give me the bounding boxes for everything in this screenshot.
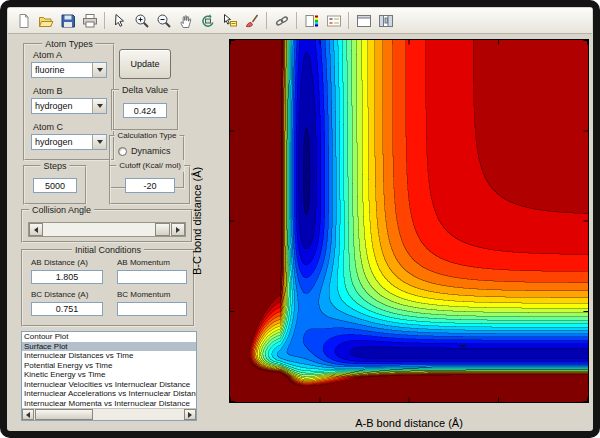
update-button[interactable]: Update [119, 49, 171, 79]
initial-conditions-panel: Initial Conditions AB Distance (A) AB Mo… [21, 249, 195, 327]
atom-a-label: Atom A [33, 50, 62, 60]
brush-data-icon[interactable] [241, 10, 262, 31]
ab-momentum-input[interactable] [117, 270, 187, 284]
zoom-out-icon[interactable] [153, 10, 174, 31]
slider-left-arrow-icon[interactable] [29, 223, 43, 236]
chevron-down-icon[interactable] [92, 135, 106, 149]
plot-type-list: Contour Plot Surface Plot Internuclear D… [22, 332, 196, 408]
cutoff-title: Cutoff (Kcal/ mol) [116, 160, 184, 172]
insert-legend-icon[interactable] [323, 10, 344, 31]
slider-right-arrow-icon[interactable] [171, 223, 185, 236]
scrollbar-right-arrow-icon[interactable] [184, 409, 196, 420]
ab-distance-input[interactable] [31, 270, 103, 284]
print-figure-icon[interactable] [79, 10, 100, 31]
plot-type-option-label: Internuclear Accelerations vs Internucle… [24, 389, 196, 398]
atom-b-label: Atom B [33, 86, 63, 96]
hide-plot-tools-icon[interactable] [353, 10, 374, 31]
cutoff-panel: Cutoff (Kcal/ mol) [109, 165, 191, 205]
bc-momentum-label: BC Momentum [117, 290, 170, 299]
window-frame: Atom Types Atom A fluorine Atom B hydrog… [0, 0, 600, 438]
calculation-type-title: Calculation Type [115, 130, 180, 142]
plot-type-option-label: Kinetic Energy vs Time [24, 370, 105, 379]
new-file-icon[interactable] [13, 10, 34, 31]
atom-c-select[interactable]: hydrogen [31, 134, 107, 150]
atom-types-panel: Atom Types Atom A fluorine Atom B hydrog… [23, 43, 115, 161]
ab-momentum-label: AB Momentum [117, 258, 170, 267]
plot-type-option[interactable]: Kinetic Energy vs Time [22, 370, 196, 380]
initial-conditions-title: Initial Conditions [72, 244, 144, 256]
insert-colorbar-icon[interactable] [301, 10, 322, 31]
collision-angle-slider[interactable] [28, 222, 186, 237]
atom-a-select[interactable]: fluorine [31, 62, 107, 78]
show-plot-tools-icon[interactable] [375, 10, 396, 31]
figure-toolbar [8, 8, 592, 34]
scrollbar-thumb[interactable] [35, 409, 93, 420]
delta-value-panel: Delta Value [111, 89, 179, 131]
plot-type-option[interactable]: Internuclear Accelerations vs Internucle… [22, 389, 196, 399]
plot-type-option[interactable]: Contour Plot [22, 332, 196, 342]
atom-c-label: Atom C [33, 122, 63, 132]
toolbar-separator [348, 12, 349, 29]
collision-angle-panel: Collision Angle [21, 209, 193, 243]
calc-type-radio[interactable]: Dynamics [118, 146, 171, 156]
plot-type-option[interactable]: Internuclear Momenta vs Internuclear Dis… [22, 399, 196, 409]
listbox-horizontal-scrollbar[interactable] [22, 408, 196, 420]
app-window: Atom Types Atom A fluorine Atom B hydrog… [7, 7, 593, 431]
rotate-3d-icon[interactable] [197, 10, 218, 31]
slider-thumb[interactable] [155, 223, 170, 236]
atom-b-select[interactable]: hydrogen [31, 98, 107, 114]
data-cursor-icon[interactable] [219, 10, 240, 31]
chevron-down-icon[interactable] [92, 99, 106, 113]
radio-label: Dynamics [131, 146, 171, 156]
scrollbar-left-arrow-icon[interactable] [22, 409, 34, 420]
cutoff-input[interactable] [125, 178, 175, 193]
plot-type-option-label: Potential Energy vs Time [24, 361, 112, 370]
plot-type-option[interactable]: Internuclear Distances vs Time [22, 351, 196, 361]
plot-type-option-label: Surface Plot [24, 342, 68, 351]
x-axis-label: A-B bond distance (Å) [230, 417, 588, 429]
plot-type-option[interactable]: Surface Plot [22, 342, 196, 352]
plot-type-option-label: Contour Plot [24, 332, 68, 341]
bc-distance-label: BC Distance (A) [31, 290, 88, 299]
save-figure-icon[interactable] [57, 10, 78, 31]
pan-icon[interactable] [175, 10, 196, 31]
atom-a-value: fluorine [32, 63, 92, 77]
atom-types-title: Atom Types [42, 38, 95, 50]
radio-icon [118, 147, 127, 156]
plot-type-option[interactable]: Potential Energy vs Time [22, 361, 196, 371]
bc-distance-input[interactable] [31, 302, 103, 316]
toolbar-separator [104, 12, 105, 29]
atom-b-value: hydrogen [32, 99, 92, 113]
zoom-in-icon[interactable] [131, 10, 152, 31]
ab-distance-label: AB Distance (A) [31, 258, 88, 267]
bc-momentum-input[interactable] [117, 302, 187, 316]
steps-input[interactable] [33, 178, 77, 193]
steps-panel: Steps [23, 165, 87, 205]
steps-title: Steps [40, 160, 69, 172]
y-axis-ticks [202, 40, 226, 402]
chevron-down-icon[interactable] [92, 63, 106, 77]
edit-plot-icon[interactable] [109, 10, 130, 31]
plot-type-option-label: Internuclear Velocities vs Internuclear … [24, 380, 190, 389]
collision-angle-title: Collision Angle [29, 204, 94, 216]
plot-type-option[interactable]: Internuclear Velocities vs Internuclear … [22, 380, 196, 390]
plot-type-option-label: Internuclear Momenta vs Internuclear Dis… [24, 399, 190, 408]
plot-type-option-label: Internuclear Distances vs Time [24, 351, 133, 360]
pes-contour-canvas[interactable] [230, 40, 588, 402]
toolbar-separator [296, 12, 297, 29]
delta-value-input[interactable] [123, 103, 167, 118]
open-file-icon[interactable] [35, 10, 56, 31]
contour-plot-axes[interactable]: A-B bond distance (Å) B-C bond distance … [229, 39, 589, 403]
toolbar-separator [266, 12, 267, 29]
delta-value-title: Delta Value [119, 84, 171, 96]
y-axis-label: B-C bond distance (Å) [191, 40, 204, 402]
link-plot-icon[interactable] [271, 10, 292, 31]
plot-type-listbox[interactable]: Contour Plot Surface Plot Internuclear D… [21, 331, 197, 421]
x-axis-ticks [230, 405, 588, 417]
atom-c-value: hydrogen [32, 135, 92, 149]
